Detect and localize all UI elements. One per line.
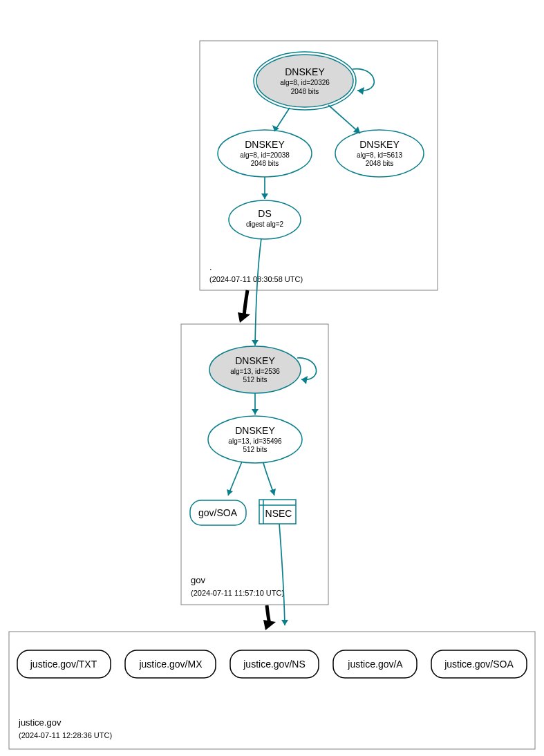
svg-marker-31 bbox=[252, 409, 259, 415]
node-leaf-soa: justice.gov/SOA bbox=[431, 650, 527, 678]
svg-text:DNSKEY: DNSKEY bbox=[285, 66, 325, 77]
svg-text:justice.gov/SOA: justice.gov/SOA bbox=[444, 659, 514, 670]
edge-ds-to-gov-ksk bbox=[255, 238, 261, 346]
svg-text:DNSKEY: DNSKEY bbox=[359, 139, 400, 150]
node-gov-nsec: NSEC bbox=[259, 500, 296, 524]
node-leaf-a: justice.gov/A bbox=[333, 650, 417, 678]
svg-text:alg=8, id=20038: alg=8, id=20038 bbox=[240, 151, 290, 159]
svg-marker-40 bbox=[263, 620, 276, 630]
svg-marker-19 bbox=[261, 193, 268, 199]
svg-text:gov/SOA: gov/SOA bbox=[198, 507, 238, 518]
svg-text:justice.gov/A: justice.gov/A bbox=[347, 659, 403, 670]
svg-text:2048 bits: 2048 bits bbox=[291, 88, 319, 95]
svg-text:alg=8, id=5613: alg=8, id=5613 bbox=[357, 151, 403, 159]
svg-marker-5 bbox=[357, 87, 364, 95]
zone-justice-name: justice.gov bbox=[18, 717, 62, 728]
svg-text:512 bits: 512 bits bbox=[243, 446, 267, 453]
svg-text:NSEC: NSEC bbox=[265, 508, 292, 519]
svg-marker-21 bbox=[252, 340, 259, 346]
zone-gov-name: gov bbox=[191, 575, 205, 585]
svg-text:justice.gov/TXT: justice.gov/TXT bbox=[30, 659, 97, 670]
zone-gov-timestamp: (2024-07-11 11:57:10 UTC) bbox=[191, 589, 284, 597]
zone-root-name: . bbox=[209, 262, 212, 272]
svg-text:DNSKEY: DNSKEY bbox=[245, 139, 285, 150]
svg-text:DNSKEY: DNSKEY bbox=[235, 355, 275, 366]
edge-gov-zsk-to-soa bbox=[228, 462, 242, 495]
svg-text:alg=8, id=20326: alg=8, id=20326 bbox=[280, 79, 330, 86]
svg-text:digest alg=2: digest alg=2 bbox=[246, 220, 284, 228]
svg-text:justice.gov/NS: justice.gov/NS bbox=[243, 659, 305, 670]
svg-text:2048 bits: 2048 bits bbox=[251, 160, 279, 167]
svg-text:DS: DS bbox=[258, 208, 271, 219]
svg-text:2048 bits: 2048 bits bbox=[366, 160, 394, 167]
node-gov-ksk: DNSKEY alg=13, id=2536 512 bits bbox=[209, 346, 301, 393]
node-root-ksk: DNSKEY alg=8, id=20326 2048 bits bbox=[254, 52, 356, 110]
zone-justice-timestamp: (2024-07-11 12:28:36 UTC) bbox=[19, 731, 112, 739]
node-gov-zsk: DNSKEY alg=13, id=35496 512 bits bbox=[208, 416, 302, 463]
node-root-ds: DS digest alg=2 bbox=[229, 200, 301, 239]
svg-text:alg=13, id=35496: alg=13, id=35496 bbox=[228, 437, 282, 445]
node-root-otherkey: DNSKEY alg=8, id=5613 2048 bits bbox=[335, 130, 424, 177]
edge-root-ksk-to-other bbox=[328, 105, 360, 133]
svg-point-16 bbox=[229, 200, 301, 239]
svg-marker-26 bbox=[301, 376, 308, 384]
svg-marker-41 bbox=[281, 620, 288, 625]
svg-text:justice.gov/MX: justice.gov/MX bbox=[138, 659, 203, 670]
node-root-zsk: DNSKEY alg=8, id=20038 2048 bits bbox=[218, 130, 312, 177]
edge-nsec-to-justice bbox=[279, 524, 285, 625]
edge-root-to-gov-delegation bbox=[244, 290, 247, 316]
node-leaf-txt: justice.gov/TXT bbox=[17, 650, 111, 678]
svg-text:512 bits: 512 bits bbox=[243, 376, 267, 384]
zone-root-timestamp: (2024-07-11 08:30:58 UTC) bbox=[209, 275, 303, 283]
svg-marker-20 bbox=[238, 312, 250, 323]
node-leaf-mx: justice.gov/MX bbox=[125, 650, 216, 678]
svg-marker-39 bbox=[270, 489, 276, 495]
node-gov-soa: gov/SOA bbox=[190, 500, 246, 525]
svg-text:alg=13, id=2536: alg=13, id=2536 bbox=[230, 368, 280, 375]
node-leaf-ns: justice.gov/NS bbox=[230, 650, 319, 678]
dnssec-diagram: . (2024-07-11 08:30:58 UTC) DNSKEY alg=8… bbox=[0, 0, 544, 756]
svg-text:DNSKEY: DNSKEY bbox=[235, 425, 275, 436]
